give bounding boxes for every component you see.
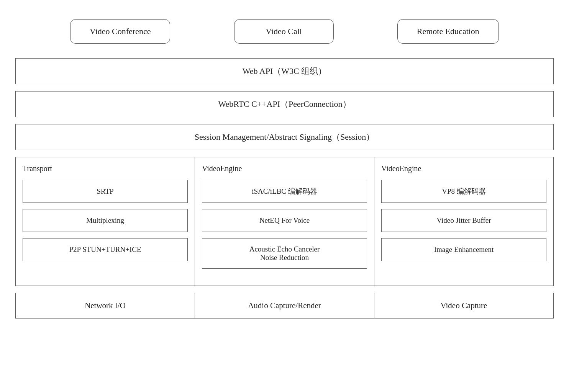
- session-mgmt-row: Session Management/Abstract Signaling（Se…: [15, 124, 554, 150]
- transport-item-3: P2P STUN+TURN+ICE: [23, 238, 188, 261]
- video-call-label: Video Call: [266, 26, 302, 36]
- transport-title: Transport: [23, 164, 188, 173]
- audio-engine-col: VideoEngine iSAC/iLBC 编解码器 NetEQ For Voi…: [195, 157, 374, 286]
- transport-item-2: Multiplexing: [23, 209, 188, 232]
- webrtc-api-row: WebRTC C++API（PeerConnection）: [15, 91, 554, 117]
- audio-capture-label: Audio Capture/Render: [248, 301, 321, 310]
- video-engine-col: VideoEngine VP8 编解码器 Video Jitter Buffer…: [374, 157, 554, 286]
- video-engine-title: VideoEngine: [381, 164, 546, 173]
- top-row: Video Conference Video Call Remote Educa…: [15, 11, 554, 51]
- session-mgmt-label: Session Management/Abstract Signaling（Se…: [195, 132, 374, 142]
- audio-engine-item-2: NetEQ For Voice: [202, 209, 367, 232]
- remote-education-box: Remote Education: [397, 19, 499, 44]
- audio-engine-title: VideoEngine: [202, 164, 367, 173]
- video-conference-label: Video Conference: [90, 26, 151, 36]
- video-engine-item-1: VP8 编解码器: [381, 180, 546, 203]
- web-api-row: Web API（W3C 组织）: [15, 58, 554, 84]
- video-engine-item-2: Video Jitter Buffer: [381, 209, 546, 232]
- transport-col: Transport SRTP Multiplexing P2P STUN+TUR…: [15, 157, 195, 286]
- audio-capture-box: Audio Capture/Render: [195, 293, 374, 318]
- network-io-label: Network I/O: [85, 301, 126, 310]
- transport-item-1: SRTP: [23, 180, 188, 203]
- video-capture-box: Video Capture: [374, 293, 554, 318]
- video-engine-item-3: Image Enhancement: [381, 238, 546, 261]
- webrtc-api-label: WebRTC C++API（PeerConnection）: [218, 99, 351, 109]
- audio-engine-item-1: iSAC/iLBC 编解码器: [202, 180, 367, 203]
- web-api-label: Web API（W3C 组织）: [243, 66, 326, 76]
- audio-engine-item-3: Acoustic Echo Canceler Noise Reduction: [202, 238, 367, 269]
- video-conference-box: Video Conference: [70, 19, 170, 44]
- remote-education-label: Remote Education: [417, 26, 479, 36]
- network-io-box: Network I/O: [15, 293, 195, 318]
- bottom-row: Network I/O Audio Capture/Render Video C…: [15, 293, 554, 318]
- video-capture-label: Video Capture: [441, 301, 487, 310]
- three-col-section: Transport SRTP Multiplexing P2P STUN+TUR…: [15, 157, 554, 286]
- video-call-box: Video Call: [234, 19, 334, 44]
